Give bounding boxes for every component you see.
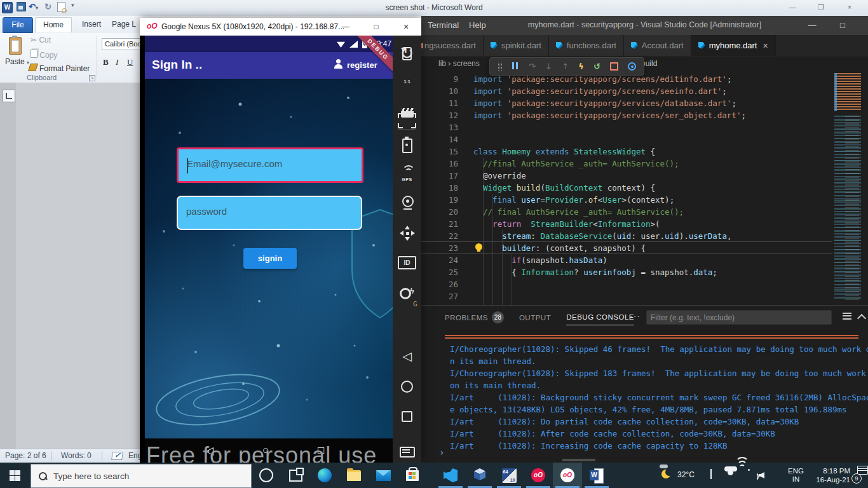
cell-signal-icon	[349, 41, 358, 48]
pixel-ratio-icon[interactable]: 1:1	[393, 74, 421, 90]
show-hidden-icons-button[interactable]	[710, 470, 712, 488]
cut-button[interactable]: ✂ Cut	[31, 36, 51, 44]
console-prompt[interactable]: ›	[439, 447, 444, 458]
emulator-maximize-button[interactable]: □	[367, 20, 385, 33]
page-indicator[interactable]: Page: 2 of 6	[5, 451, 46, 460]
android-recents-button[interactable]	[393, 407, 421, 425]
register-button[interactable]: register	[347, 60, 377, 70]
identifiers-icon[interactable]: ID	[393, 254, 421, 271]
folder-icon	[347, 470, 361, 481]
hot-reload-icon[interactable]: ϟ	[578, 62, 584, 71]
password-field[interactable]: password	[177, 196, 362, 230]
cortana-button[interactable]	[252, 463, 281, 488]
minimap[interactable]	[832, 71, 868, 305]
step-out-icon[interactable]: ↑	[562, 62, 569, 71]
language-indicator[interactable]: ENG IN	[788, 467, 804, 488]
devtools-icon[interactable]	[628, 62, 636, 71]
word-minimize-button[interactable]: —	[783, 1, 802, 13]
word-close-button[interactable]: ×	[840, 1, 859, 13]
store-button[interactable]	[398, 463, 427, 488]
editor-tab-ngsucess.dart[interactable]: ngsucess.dart	[421, 35, 484, 56]
mail-button[interactable]	[369, 463, 398, 488]
remote-control-icon[interactable]	[393, 224, 421, 243]
editor-tab-spinkit.dart[interactable]: spinkit.dart	[484, 35, 549, 56]
edge-button[interactable]	[310, 463, 339, 488]
step-over-icon[interactable]: ↷	[529, 62, 536, 71]
screen: W ↶▾ ↻ ▾ screen shot - Microsoft Word — …	[0, 0, 868, 488]
underline-button[interactable]: U	[127, 57, 133, 67]
drag-handle-icon[interactable]	[498, 63, 502, 71]
console-filter-input[interactable]	[646, 310, 832, 325]
genymotion-white-taskbar-button[interactable]: oO	[553, 463, 582, 488]
paste-button[interactable]: Paste ▾	[5, 57, 29, 66]
gps-widget-icon[interactable]: GPS	[393, 164, 421, 183]
tab-stop-selector[interactable]	[3, 90, 15, 102]
pause-button[interactable]	[512, 62, 519, 71]
file-explorer-button[interactable]	[339, 463, 369, 488]
toolbar-menu-button[interactable]	[393, 444, 421, 460]
editor-tab-Accout.dart[interactable]: Accout.dart	[624, 35, 691, 56]
android-home-button[interactable]	[393, 377, 421, 395]
search-input[interactable]	[52, 471, 233, 482]
genymotion-red-taskbar-button[interactable]: oO	[524, 463, 553, 488]
tab-insert[interactable]: Insert	[74, 17, 109, 32]
phone-screen[interactable]: ϟ 19:47 Sign In .. register	[140, 36, 393, 463]
windows-logo-icon	[10, 470, 20, 481]
code-text: builder: (context, snapshot) {	[473, 242, 646, 254]
bold-button[interactable]: B	[103, 57, 109, 67]
screencast-icon[interactable]	[393, 105, 421, 119]
line-number: 25	[440, 266, 458, 278]
filter-icon[interactable]	[843, 313, 851, 320]
panel-tab-problems[interactable]: PROBLEMS28	[445, 310, 504, 325]
tab-home[interactable]: Home	[35, 17, 72, 32]
word-taskbar-button[interactable]: W	[582, 463, 611, 488]
spell-check-icon[interactable]: ✓	[111, 452, 123, 460]
rotate-device-icon[interactable]: ↻	[393, 44, 421, 62]
code-editor[interactable]: 9import 'package:securityapporg/screens/…	[421, 71, 868, 305]
panel-tab-output[interactable]: OUTPUT	[519, 310, 551, 325]
vscode-taskbar-button[interactable]	[436, 463, 465, 488]
watermark-bar: ◁ ○ □ Free for personal use	[145, 438, 393, 463]
tab-close-icon[interactable]: ×	[763, 41, 768, 51]
android-back-button[interactable]: ◁	[393, 347, 421, 365]
taskbar-search[interactable]	[31, 464, 252, 488]
action-center-button[interactable]: 9	[851, 466, 868, 484]
copy-button[interactable]: Copy	[31, 50, 57, 60]
word-count[interactable]: Words: 0	[61, 451, 92, 460]
line-number: 15	[440, 146, 458, 158]
editor-tab-myhome.dart[interactable]: myhome.dart×	[691, 35, 776, 56]
email-field[interactable]: Email@mysecure.com	[177, 147, 363, 183]
panel-collapse-icon[interactable]	[857, 314, 866, 323]
word-restore-button[interactable]: ❐	[811, 1, 831, 13]
format-painter-button[interactable]: Format Painter	[29, 64, 90, 73]
clock[interactable]: 8:18 PM 16-Aug-21	[808, 466, 850, 488]
virtualbox-taskbar-button[interactable]	[465, 463, 494, 488]
camera-widget-icon[interactable]	[393, 193, 421, 212]
player-taskbar-button[interactable]: 6410	[494, 463, 524, 488]
step-into-icon[interactable]: ↓	[545, 62, 552, 71]
stop-icon[interactable]	[610, 62, 618, 71]
vscode-minimize-button[interactable]: —	[799, 16, 825, 35]
start-button[interactable]	[0, 463, 29, 488]
vscode-restore-button[interactable]: □	[830, 16, 855, 35]
emulator-minimize-button[interactable]: —	[337, 20, 355, 33]
clipboard-dialog-launcher-icon[interactable]: ↘	[89, 75, 95, 81]
task-view-button[interactable]	[281, 463, 310, 488]
tab-file[interactable]: File	[3, 17, 33, 33]
editor-tab-functions.dart[interactable]: functions.dart	[549, 35, 624, 56]
italic-button[interactable]: I	[116, 57, 118, 67]
email-field-text: Email@mysecure.com	[187, 158, 282, 169]
battery-widget-icon[interactable]	[393, 136, 421, 155]
notification-count-badge: 9	[851, 473, 862, 484]
temperature[interactable]: 32°C	[677, 470, 695, 488]
restart-icon[interactable]: ↺	[593, 62, 600, 71]
more-actions-icon[interactable]: ···	[630, 311, 641, 321]
console-scrollbar[interactable]	[562, 459, 595, 461]
emulator-close-button[interactable]: ×	[397, 20, 415, 33]
hidden-tab-modified-indicator	[421, 43, 423, 48]
code-text: stream: DatabaseService(uid: user.uid).u…	[473, 230, 731, 242]
signin-button[interactable]: signin	[243, 248, 297, 269]
line-number: 20	[440, 206, 458, 218]
breadcrumb-path[interactable]: lib › screens	[438, 59, 480, 68]
panel-tab-debug-console[interactable]: DEBUG CONSOLE	[566, 309, 634, 325]
